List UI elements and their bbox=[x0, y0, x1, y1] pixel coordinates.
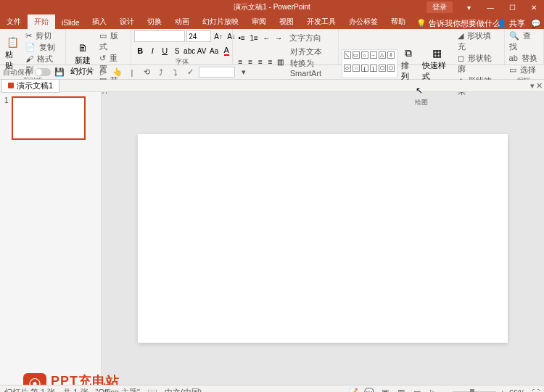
justify-button[interactable]: ≡ bbox=[265, 57, 275, 68]
find-button[interactable]: 🔍 查找 bbox=[508, 30, 540, 52]
tab-office[interactable]: 办公标签 bbox=[342, 14, 384, 29]
tab-animation[interactable]: 动画 bbox=[168, 14, 196, 29]
align-right-button[interactable]: ≡ bbox=[256, 57, 265, 68]
font-size-select[interactable] bbox=[186, 30, 211, 42]
status-bar: 幻灯片 第 1 张，共 1 张 "Office 主题" 📖 中文(中国) 📝 💬… bbox=[0, 385, 544, 392]
qat-extra4-icon[interactable]: ✓ bbox=[184, 67, 196, 78]
tab-slideshow[interactable]: 幻灯片放映 bbox=[196, 14, 245, 29]
comments-icon[interactable]: 💬 bbox=[531, 19, 541, 28]
font-family-select[interactable] bbox=[134, 30, 185, 42]
shape-line-icon: ＼ bbox=[344, 51, 351, 59]
slide-canvas[interactable] bbox=[138, 134, 508, 343]
tab-menu-icon[interactable]: ▾ bbox=[530, 81, 535, 91]
group-font: A↑ A↓ B I U S abc AV Aa A 字体 bbox=[131, 29, 233, 64]
font-color-button[interactable]: A bbox=[221, 45, 232, 57]
status-language[interactable]: 中文(中国) bbox=[165, 387, 202, 392]
maximize-icon[interactable]: ☐ bbox=[502, 0, 522, 14]
document-tabs: 演示文稿1 ▾ ✕ bbox=[0, 80, 544, 92]
share-button[interactable]: 👤 共享 bbox=[497, 18, 525, 29]
qat-combo[interactable] bbox=[199, 67, 235, 78]
layout-button[interactable]: ▭ 版式 bbox=[98, 30, 128, 52]
status-theme: "Office 主题" bbox=[96, 387, 140, 392]
sorter-view-icon[interactable]: ▦ bbox=[395, 388, 407, 393]
cut-button[interactable]: ✂ 剪切 bbox=[24, 30, 62, 41]
qat-dropdown-icon[interactable]: ▾ bbox=[238, 67, 250, 78]
minimize-icon[interactable]: — bbox=[480, 0, 500, 14]
undo-icon[interactable]: ↶ bbox=[68, 67, 80, 78]
save-icon[interactable]: 💾 bbox=[54, 67, 65, 78]
tab-islide[interactable]: iSlide bbox=[55, 17, 86, 29]
fit-window-icon[interactable]: ⛶ bbox=[529, 388, 541, 393]
ppt-file-icon bbox=[8, 83, 14, 88]
paste-button[interactable]: 📋粘贴 bbox=[3, 34, 22, 72]
increase-font-icon[interactable]: A↑ bbox=[213, 30, 224, 42]
numbering-button[interactable]: 1≡ bbox=[248, 32, 260, 43]
thumbnail-number: 1 bbox=[4, 96, 9, 140]
tab-design[interactable]: 设计 bbox=[113, 14, 141, 29]
qat-extra2-icon[interactable]: ⤴ bbox=[155, 67, 167, 78]
columns-button[interactable]: ▥ bbox=[276, 57, 285, 68]
arrange-button[interactable]: ⧉排列 bbox=[399, 45, 419, 83]
group-slides: 🗎新建 幻灯片 ▭ 版式 ↺ 重置 ▤ 节 幻灯片 bbox=[66, 29, 131, 64]
arrange-icon: ⧉ bbox=[401, 46, 416, 60]
bold-button[interactable]: B bbox=[134, 45, 146, 57]
quick-styles-button[interactable]: ▦快速样式 bbox=[420, 45, 455, 83]
shape-rect-icon: ▭ bbox=[353, 51, 360, 59]
styles-icon: ▦ bbox=[430, 46, 445, 60]
text-direction-button[interactable]: 文字方向 bbox=[288, 33, 323, 43]
replace-button[interactable]: ab 替换 bbox=[508, 53, 540, 64]
tab-home[interactable]: 开始 bbox=[28, 14, 55, 29]
tab-transition[interactable]: 切换 bbox=[141, 14, 168, 29]
normal-view-icon[interactable]: ▣ bbox=[379, 388, 391, 393]
ribbon-options-icon[interactable]: ▾ bbox=[458, 0, 479, 14]
change-case-button[interactable]: Aa bbox=[208, 45, 220, 57]
char-spacing-button[interactable]: AV bbox=[196, 45, 207, 57]
slide-thumbnail[interactable]: 1 bbox=[4, 96, 96, 140]
align-text-button[interactable]: 对齐文本 bbox=[289, 46, 335, 57]
smartart-button[interactable]: 转换为 SmartArt bbox=[289, 58, 335, 78]
shadow-button[interactable]: abc bbox=[184, 45, 195, 57]
login-badge[interactable]: 登录 bbox=[426, 1, 453, 13]
shape-outline-button[interactable]: ◻ 形状轮廓 bbox=[456, 53, 501, 75]
reading-view-icon[interactable]: ▭ bbox=[411, 388, 423, 393]
tab-view[interactable]: 视图 bbox=[273, 14, 300, 29]
tab-insert[interactable]: 插入 bbox=[86, 14, 113, 29]
tab-help[interactable]: 帮助 bbox=[384, 14, 412, 29]
group-editing: 🔍 查找 ab 替换 ▭ 选择 编辑 bbox=[505, 29, 544, 64]
underline-button[interactable]: U bbox=[159, 45, 170, 57]
tell-me-search[interactable]: 💡 告诉我你想要做什么 bbox=[416, 18, 500, 29]
tab-developer[interactable]: 开发工具 bbox=[300, 14, 342, 29]
slideshow-view-icon[interactable]: ▷ bbox=[427, 388, 439, 393]
strike-button[interactable]: S bbox=[171, 45, 183, 57]
tab-file[interactable]: 文件 bbox=[0, 14, 28, 29]
tab-close-icon[interactable]: ✕ bbox=[536, 81, 543, 91]
select-button[interactable]: ▭ 选择 bbox=[508, 64, 540, 75]
notes-button[interactable]: 📝 bbox=[347, 388, 359, 393]
shape-gallery[interactable]: ＼▭○→△⇩ ◇☆{}⬡⬠ bbox=[342, 49, 397, 78]
tab-review[interactable]: 审阅 bbox=[245, 14, 273, 29]
zoom-level[interactable]: 66% bbox=[509, 388, 525, 393]
new-slide-icon: 🗎 bbox=[75, 41, 90, 55]
touch-mode-icon[interactable]: 👆 bbox=[112, 67, 123, 78]
slide-canvas-area[interactable]: ⦿ PPT充电站 PPT CHARGING STUDIO bbox=[102, 92, 544, 385]
autosave-toggle[interactable] bbox=[35, 68, 51, 76]
qat-extra3-icon[interactable]: ⤵ bbox=[170, 67, 181, 78]
indent-dec-button[interactable]: ← bbox=[260, 32, 272, 43]
start-slideshow-icon[interactable]: ▷ bbox=[97, 67, 109, 78]
thumbnail-pane[interactable]: 1 bbox=[0, 92, 102, 385]
indent-inc-button[interactable]: → bbox=[273, 32, 284, 43]
qat-extra1-icon[interactable]: ⟲ bbox=[141, 67, 152, 78]
copy-button[interactable]: 📄 复制 bbox=[24, 42, 62, 53]
comments-button[interactable]: 💬 bbox=[363, 388, 375, 393]
doc-tab-active[interactable]: 演示文稿1 bbox=[1, 79, 59, 93]
lightbulb-icon: 💡 bbox=[416, 19, 426, 28]
thumbnail-preview[interactable] bbox=[12, 96, 86, 140]
close-icon[interactable]: ✕ bbox=[524, 0, 544, 14]
workspace: 1 ⦿ PPT充电站 PPT CHARGING STUDIO bbox=[0, 92, 544, 385]
ribbon-tabs: 文件 开始 iSlide 插入 设计 切换 动画 幻灯片放映 审阅 视图 开发工… bbox=[0, 14, 544, 29]
spellcheck-icon[interactable]: 📖 bbox=[147, 388, 157, 392]
bullets-button[interactable]: •≡ bbox=[236, 32, 247, 43]
shape-fill-button[interactable]: ◢ 形状填充 bbox=[456, 30, 501, 52]
italic-button[interactable]: I bbox=[147, 45, 158, 57]
redo-icon[interactable]: ↷ bbox=[83, 67, 94, 78]
